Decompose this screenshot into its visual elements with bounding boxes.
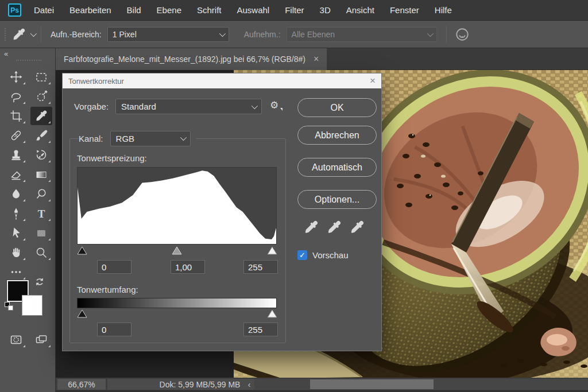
photoshop-window: Ps Datei Bearbeiten Bild Ebene Schrift A… <box>0 0 588 392</box>
output-shadow-slider[interactable] <box>77 309 87 318</box>
menu-3d[interactable]: 3D <box>320 5 331 15</box>
marquee-icon <box>35 71 48 83</box>
brush-icon <box>35 129 48 142</box>
photoshop-logo-icon: Ps <box>8 3 21 17</box>
auto-button[interactable]: Automatisch <box>297 158 377 177</box>
sample-size-label: Aufn.-Bereich: <box>51 30 102 39</box>
swap-colors-icon[interactable] <box>34 277 45 287</box>
scrollbar-thumb[interactable] <box>310 379 434 389</box>
crop-tool-button[interactable] <box>5 107 27 125</box>
input-highlight-field[interactable] <box>243 260 278 274</box>
tool-preset-picker[interactable] <box>12 28 35 41</box>
dialog-title-bar[interactable]: Tonwertkorrektur × <box>63 73 381 88</box>
channel-select[interactable]: RGB <box>110 131 191 146</box>
sample-size-select[interactable]: 1 Pixel <box>107 27 229 42</box>
shape-tool-button[interactable] <box>30 224 52 242</box>
screen-mode-button[interactable] <box>30 331 52 349</box>
pen-tool-button[interactable] <box>5 204 27 223</box>
chevron-down-icon <box>252 102 258 108</box>
chevron-down-icon <box>30 30 37 37</box>
eyedropper-icon <box>35 110 48 122</box>
rectangular-marquee-tool-button[interactable] <box>30 68 52 86</box>
path-selection-tool-button[interactable] <box>5 224 27 242</box>
collapse-panel-button[interactable]: « <box>4 49 7 58</box>
eyedropper-icon <box>12 28 26 41</box>
default-colors-icon[interactable] <box>5 302 14 311</box>
separator <box>41 26 41 43</box>
color-swatches <box>7 277 47 315</box>
history-brush-tool-button[interactable] <box>30 146 52 164</box>
healing-brush-tool-button[interactable] <box>5 126 27 145</box>
history-brush-icon <box>35 149 48 161</box>
set-gray-point-eyedropper[interactable] <box>327 220 342 235</box>
preview-checkbox[interactable]: ✓ <box>297 250 307 260</box>
options-button[interactable]: Optionen... <box>297 190 377 209</box>
menu-ansicht[interactable]: Ansicht <box>346 5 374 15</box>
output-highlight-field[interactable] <box>243 323 278 336</box>
panel-grip[interactable] <box>16 60 41 61</box>
tool-options-bar: Aufn.-Bereich: 1 Pixel Aufnehm.: Alle Eb… <box>0 21 588 48</box>
type-icon: T <box>38 208 45 219</box>
menu-bar: Ps Datei Bearbeiten Bild Ebene Schrift A… <box>0 0 588 21</box>
input-gamma-slider[interactable] <box>172 246 182 255</box>
set-black-point-eyedropper[interactable] <box>304 220 319 235</box>
selection-arrow-icon <box>10 227 22 239</box>
quick-selection-tool-button[interactable] <box>30 87 52 106</box>
move-icon <box>10 71 22 83</box>
sampling-ring-icon[interactable] <box>455 27 470 42</box>
quick-mask-button[interactable] <box>5 331 27 349</box>
lasso-tool-button[interactable] <box>5 87 27 106</box>
blur-icon <box>10 188 22 200</box>
menu-datei[interactable]: Datei <box>34 5 54 15</box>
preview-checkbox-row[interactable]: ✓ Vorschau <box>297 250 349 260</box>
menu-hilfe[interactable]: Hilfe <box>435 5 452 15</box>
input-gamma-field[interactable] <box>171 260 205 274</box>
menu-filter[interactable]: Filter <box>285 5 304 15</box>
menu-fenster[interactable]: Fenster <box>390 5 419 15</box>
dialog-close-icon[interactable]: × <box>370 75 376 87</box>
ok-button[interactable]: OK <box>297 98 377 117</box>
menu-bearbeiten[interactable]: Bearbeiten <box>69 5 111 15</box>
input-shadow-slider[interactable] <box>77 246 87 255</box>
menu-schrift[interactable]: Schrift <box>197 5 222 15</box>
eraser-tool-button[interactable] <box>5 165 27 184</box>
clone-stamp-tool-button[interactable] <box>5 146 27 164</box>
separator <box>446 26 447 43</box>
menu-bild[interactable]: Bild <box>127 5 141 15</box>
set-white-point-eyedropper[interactable] <box>350 220 365 235</box>
horizontal-scrollbar[interactable] <box>254 379 588 390</box>
output-gradient-bar <box>77 298 277 308</box>
brush-tool-button[interactable] <box>30 126 52 145</box>
quick-mask-icon <box>10 333 22 346</box>
preset-select[interactable]: Standard <box>115 99 262 114</box>
scroll-left-icon[interactable]: ‹ <box>245 379 253 390</box>
output-highlight-slider[interactable] <box>267 309 277 318</box>
background-color-swatch[interactable] <box>22 295 42 316</box>
options-grip <box>5 28 6 41</box>
input-highlight-slider[interactable] <box>267 246 277 255</box>
menu-auswahl[interactable]: Auswahl <box>237 5 270 15</box>
document-tab[interactable]: Farbfotografie_Melone_mit_Messer_(1892).… <box>56 48 327 70</box>
quick-selection-icon <box>35 90 48 103</box>
zoom-tool-button[interactable] <box>30 243 52 262</box>
crop-icon <box>10 110 22 122</box>
menu-ebene[interactable]: Ebene <box>157 5 181 15</box>
zoom-level-field[interactable]: 66,67% <box>57 379 106 390</box>
dodge-tool-button[interactable] <box>30 185 52 203</box>
output-shadow-field[interactable] <box>97 323 131 336</box>
type-tool-button[interactable]: T <box>30 204 52 223</box>
blur-tool-button[interactable] <box>5 185 27 203</box>
gradient-tool-button[interactable] <box>30 165 52 184</box>
levels-dialog: Tonwertkorrektur × Vorgabe: Standard ⚙ O… <box>62 73 382 351</box>
preset-options-gear-icon[interactable]: ⚙ <box>270 99 278 111</box>
close-document-icon[interactable]: × <box>314 54 319 64</box>
hand-tool-button[interactable] <box>5 243 27 262</box>
chevron-down-icon <box>219 30 225 37</box>
move-tool-button[interactable] <box>5 68 27 86</box>
eyedropper-tool-button[interactable] <box>30 107 52 125</box>
histogram-area-chart <box>78 168 276 244</box>
input-shadow-field[interactable] <box>97 260 131 274</box>
document-tab-bar: Farbfotografie_Melone_mit_Messer_(1892).… <box>56 48 588 70</box>
cancel-button[interactable]: Abbrechen <box>297 126 377 145</box>
gradient-icon <box>35 168 48 181</box>
